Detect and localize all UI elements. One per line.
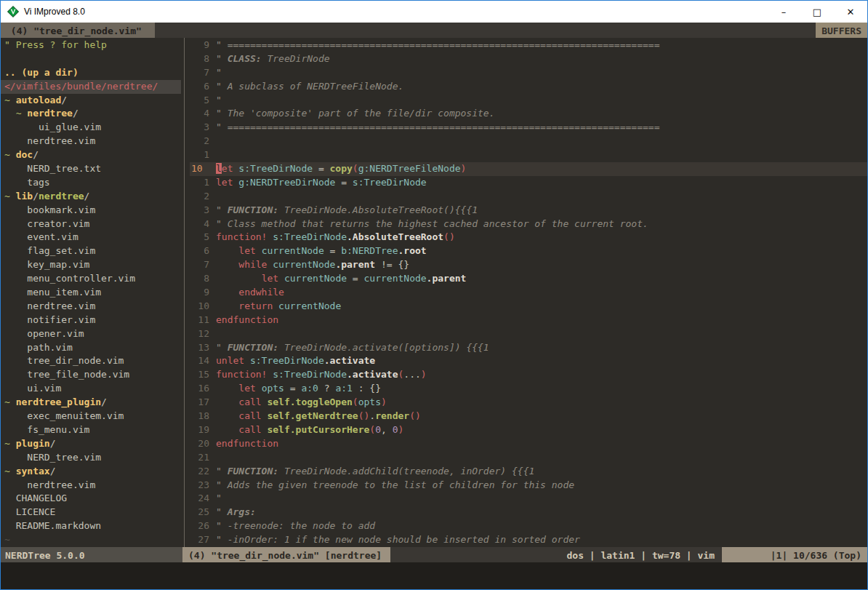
line-number: 1 <box>190 176 216 190</box>
code-line[interactable]: 13" FUNCTION: TreeDirNode.activate([opti… <box>190 341 867 355</box>
code-line[interactable]: 22" FUNCTION: TreeDirNode.addChild(treen… <box>190 465 867 479</box>
command-line[interactable] <box>1 562 867 589</box>
tree-item[interactable]: CHANGELOG <box>1 492 181 506</box>
code-line[interactable]: 7 while currentNode.parent != {} <box>190 258 867 272</box>
tree-item[interactable]: tree_file_node.vim <box>1 368 181 382</box>
line-number: 6 <box>190 80 216 94</box>
code-line[interactable]: 27" -inOrder: 1 if the new node should b… <box>190 533 867 547</box>
tree-item[interactable]: opener.vim <box>1 327 181 341</box>
line-number: 19 <box>190 423 216 437</box>
code-line[interactable]: 25" Args: <box>190 506 867 519</box>
tree-item[interactable]: flag_set.vim <box>1 244 181 258</box>
tree-item[interactable]: key_map.vim <box>1 258 181 272</box>
line-number: 16 <box>190 382 216 396</box>
code-line[interactable]: 17 call self.toggleOpen(opts) <box>190 396 867 410</box>
line-number: 5 <box>190 231 216 244</box>
tree-item[interactable]: tags <box>1 176 181 190</box>
code-line[interactable]: 23" Adds the given treenode to the list … <box>190 479 867 493</box>
code-line[interactable]: 10 return currentNode <box>190 300 867 314</box>
code-line[interactable]: 8 let currentNode = currentNode.parent <box>190 272 867 286</box>
code-line[interactable]: 1 <box>190 148 867 162</box>
code-line[interactable]: 15function! s:TreeDirNode.activate(...) <box>190 368 867 382</box>
line-number: 4 <box>190 107 216 121</box>
statusline-filename: (4) "tree_dir_node.vim" [nerdtree] <box>182 547 390 562</box>
code-line[interactable]: 26" -treenode: the node to add <box>190 519 867 533</box>
code-line[interactable]: 7" <box>190 66 867 80</box>
tree-item[interactable]: menu_item.vim <box>1 286 181 300</box>
window-title: Vi IMproved 8.0 <box>24 7 767 17</box>
code-line[interactable]: 2 <box>190 135 867 148</box>
code-line[interactable]: 19 call self.putCursorHere(0, 0) <box>190 423 867 437</box>
tree-item[interactable]: ~ nerdtree/ <box>1 107 181 121</box>
tree-item[interactable]: nerdtree.vim <box>1 479 181 493</box>
statusline-fill <box>390 547 566 562</box>
statusline: NERDTree 5.0.0 (4) "tree_dir_node.vim" [… <box>1 547 867 562</box>
tree-item[interactable]: ~ lib/nerdtree/ <box>1 190 181 204</box>
code-line[interactable]: 11endfunction <box>190 314 867 327</box>
close-button[interactable]: ✕ <box>834 1 867 23</box>
tree-item[interactable]: NERD_tree.txt <box>1 162 181 176</box>
code-line[interactable]: 24" <box>190 492 867 506</box>
code-line[interactable]: 20endfunction <box>190 437 867 451</box>
line-number: 3 <box>190 204 216 218</box>
tree-item[interactable]: creator.vim <box>1 218 181 231</box>
code-line[interactable]: 10let s:TreeDirNode = copy(g:NERDTreeFil… <box>190 162 867 176</box>
maximize-button[interactable]: □ <box>800 1 834 23</box>
tree-item[interactable]: ~ syntax/ <box>1 465 181 479</box>
tree-item[interactable] <box>1 52 181 66</box>
tree-item[interactable]: ~ nerdtree_plugin/ <box>1 396 181 410</box>
code-line[interactable]: 1let g:NERDTreeDirNode = s:TreeDirNode <box>190 176 867 190</box>
tree-item[interactable]: " Press ? for help <box>1 39 181 52</box>
tree-item[interactable]: path.vim <box>1 341 181 355</box>
tab-tree-dir-node[interactable]: (4) "tree_dir_node.vim" <box>1 23 155 38</box>
vim-icon <box>7 5 20 18</box>
code-line[interactable]: 6 let currentNode = b:NERDTree.root <box>190 244 867 258</box>
tree-item[interactable]: README.markdown <box>1 519 181 533</box>
line-number: 6 <box>190 244 216 258</box>
line-number: 7 <box>190 258 216 272</box>
code-line[interactable]: 12 <box>190 327 867 341</box>
code-line[interactable]: 9" =====================================… <box>190 39 867 52</box>
tree-item[interactable]: ~ autoload/ <box>1 94 181 108</box>
code-line[interactable]: 6" A subclass of NERDTreeFileNode. <box>190 80 867 94</box>
window-separator[interactable] <box>181 38 190 547</box>
tree-item[interactable]: menu_controller.vim <box>1 272 181 286</box>
tree-item[interactable]: </vimfiles/bundle/nerdtree/ <box>1 80 181 94</box>
tree-item[interactable]: nerdtree.vim <box>1 135 181 148</box>
tree-item[interactable]: event.vim <box>1 231 181 244</box>
tree-item[interactable]: ~ <box>1 533 181 547</box>
tree-item[interactable]: .. (up a dir) <box>1 66 181 80</box>
code-line[interactable]: 5function! s:TreeDirNode.AbsoluteTreeRoo… <box>190 231 867 244</box>
line-number: 17 <box>190 396 216 410</box>
line-number: 26 <box>190 519 216 533</box>
code-line[interactable]: 3" =====================================… <box>190 121 867 135</box>
main-split: " Press ? for help.. (up a dir)</vimfile… <box>1 38 867 547</box>
tree-item[interactable]: ~ doc/ <box>1 148 181 162</box>
code-line[interactable]: 14unlet s:TreeDirNode.activate <box>190 354 867 368</box>
tree-item[interactable]: notifier.vim <box>1 314 181 327</box>
tree-item[interactable]: ui.vim <box>1 382 181 396</box>
tree-item[interactable]: exec_menuitem.vim <box>1 410 181 423</box>
statusline-fileinfo: dos | latin1 | tw=78 | vim <box>567 547 723 562</box>
code-line[interactable]: 18 call self.getNerdtree().render() <box>190 410 867 423</box>
tree-item[interactable]: ui_glue.vim <box>1 121 181 135</box>
line-number: 3 <box>190 121 216 135</box>
tree-item[interactable]: ~ plugin/ <box>1 437 181 451</box>
line-number: 10 <box>190 300 216 314</box>
code-line[interactable]: 2 <box>190 190 867 204</box>
tree-item[interactable]: LICENCE <box>1 506 181 519</box>
code-line[interactable]: 4" The 'composite' part of the file/dir … <box>190 107 867 121</box>
code-line[interactable]: 8" CLASS: TreeDirNode <box>190 52 867 66</box>
code-line[interactable]: 16 let opts = a:0 ? a:1 : {} <box>190 382 867 396</box>
tree-item[interactable]: bookmark.vim <box>1 204 181 218</box>
code-line[interactable]: 4" Class method that returns the highest… <box>190 218 867 231</box>
tree-item[interactable]: fs_menu.vim <box>1 423 181 437</box>
tree-item[interactable]: nerdtree.vim <box>1 300 181 314</box>
code-line[interactable]: 5" <box>190 94 867 108</box>
code-line[interactable]: 21 <box>190 451 867 465</box>
code-line[interactable]: 9 endwhile <box>190 286 867 300</box>
code-line[interactable]: 3" FUNCTION: TreeDirNode.AbsoluteTreeRoo… <box>190 204 867 218</box>
tree-item[interactable]: NERD_tree.vim <box>1 451 181 465</box>
minimize-button[interactable]: – <box>767 1 800 23</box>
tree-item[interactable]: tree_dir_node.vim <box>1 354 181 368</box>
